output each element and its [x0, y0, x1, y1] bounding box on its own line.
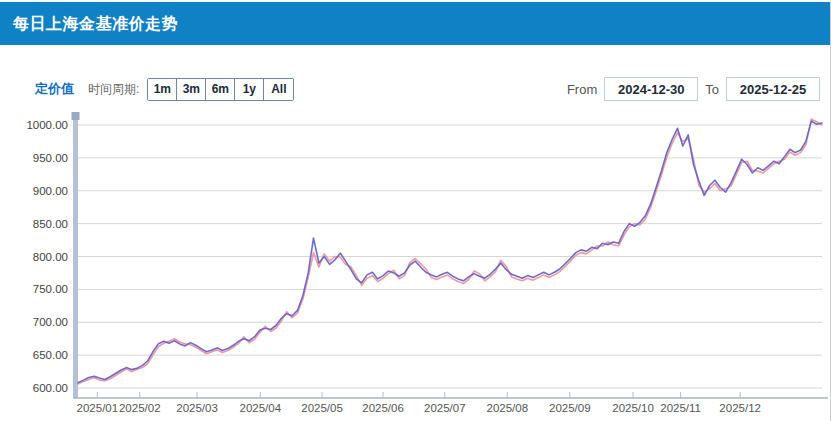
to-date-input[interactable]: [726, 77, 820, 101]
series-purple-line: [78, 121, 822, 383]
period-selector-label: 时间周期:: [88, 81, 139, 98]
x-axis-tick-label: 2025/12: [719, 402, 761, 414]
y-axis-title: 定价值: [35, 80, 74, 98]
y-axis-tick-label: 850.00: [33, 218, 68, 230]
to-label: To: [705, 82, 719, 97]
x-axis-tick-label: 2025/07: [424, 402, 466, 414]
x-axis-tick-label: 2025/01: [77, 402, 119, 414]
y-axis-bar: [73, 112, 78, 398]
period-button-6m[interactable]: 6m: [206, 79, 235, 100]
y-axis-tick-label: 700.00: [33, 316, 68, 328]
gold-price-panel: 每日上海金基准价走势 定价值 时间周期: 1m3m6m1yAll From To…: [0, 2, 831, 421]
y-axis-tick-label: 800.00: [33, 251, 68, 263]
x-axis-tick-label: 2025/06: [362, 402, 404, 414]
chart-area[interactable]: 1000.00950.00900.00850.00800.00750.00700…: [0, 104, 831, 420]
x-axis-tick-label: 2025/10: [612, 402, 654, 414]
y-axis-grip[interactable]: [72, 112, 80, 120]
x-axis-tick-label: 2025/03: [176, 402, 218, 414]
x-axis-tick-label: 2025/08: [486, 402, 528, 414]
from-label: From: [567, 82, 597, 97]
x-axis-tick-label: 2025/02: [119, 402, 161, 414]
x-axis-tick-label: 2025/05: [301, 402, 343, 414]
y-axis-tick-label: 1000.00: [26, 119, 68, 131]
x-axis-tick-label: 2025/11: [660, 402, 701, 414]
panel-title: 每日上海金基准价走势: [0, 2, 830, 45]
series-pink-line: [78, 119, 822, 384]
from-date-input[interactable]: [604, 77, 698, 101]
price-line-chart[interactable]: 1000.00950.00900.00850.00800.00750.00700…: [0, 104, 831, 420]
y-axis-tick-label: 750.00: [33, 283, 68, 295]
chart-controls: 定价值 时间周期: 1m3m6m1yAll From To: [0, 76, 830, 102]
y-axis-tick-label: 900.00: [33, 185, 68, 197]
period-button-1y[interactable]: 1y: [235, 79, 264, 100]
y-axis-tick-label: 950.00: [33, 152, 68, 164]
period-button-1m[interactable]: 1m: [148, 79, 177, 100]
period-button-3m[interactable]: 3m: [177, 79, 206, 100]
period-button-all[interactable]: All: [264, 79, 293, 100]
period-button-group: 1m3m6m1yAll: [147, 78, 294, 101]
x-axis-tick-label: 2025/04: [239, 402, 281, 414]
x-axis-tick-label: 2025/09: [549, 402, 591, 414]
y-axis-tick-label: 650.00: [33, 349, 68, 361]
y-axis-tick-label: 600.00: [33, 382, 68, 394]
